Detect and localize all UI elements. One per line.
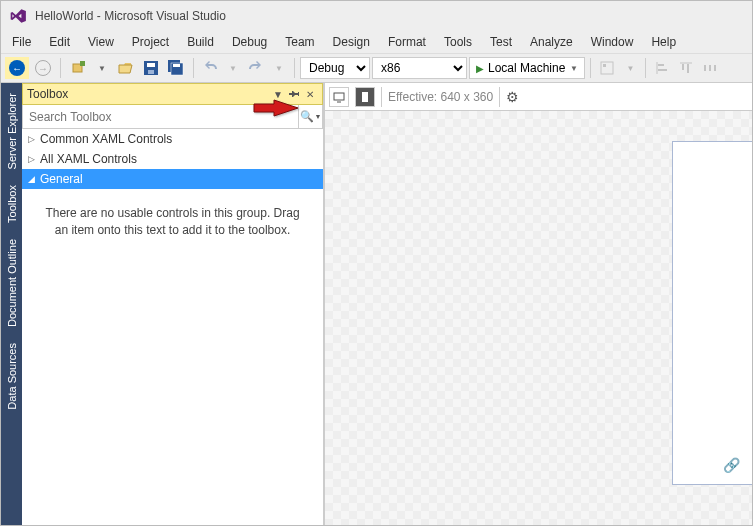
svg-rect-18 bbox=[714, 65, 716, 71]
titlebar: HelloWorld - Microsoft Visual Studio bbox=[1, 1, 752, 31]
link-icon: 🔗 bbox=[723, 457, 740, 473]
server-explorer-tab[interactable]: Server Explorer bbox=[4, 89, 20, 173]
distribute-h-button[interactable] bbox=[699, 57, 721, 79]
search-icon: 🔍 bbox=[300, 110, 314, 123]
device-preview-button[interactable] bbox=[329, 87, 349, 107]
svg-rect-11 bbox=[658, 64, 664, 66]
open-file-button[interactable] bbox=[114, 57, 138, 79]
main-toolbar: ← → ▼ ▼ ▼ Debug x86 ▶ Local Machine bbox=[1, 53, 752, 83]
workspace: Server Explorer Toolbox Document Outline… bbox=[1, 83, 752, 525]
toolbox-panel: Toolbox ▼ ✕ 🔍▼ ▷ Common XAML Controls bbox=[22, 83, 324, 525]
align-left-button[interactable] bbox=[651, 57, 673, 79]
redo-dropdown[interactable]: ▼ bbox=[269, 57, 289, 79]
run-target-dropdown[interactable]: ▼ bbox=[569, 64, 578, 73]
menu-help[interactable]: Help bbox=[642, 33, 685, 51]
new-project-dropdown[interactable]: ▼ bbox=[92, 57, 112, 79]
panel-close-button[interactable]: ✕ bbox=[302, 86, 318, 102]
designer-settings-button[interactable]: ⚙ bbox=[506, 89, 519, 105]
svg-rect-16 bbox=[704, 65, 706, 71]
menu-edit[interactable]: Edit bbox=[40, 33, 79, 51]
visual-studio-window: HelloWorld - Microsoft Visual Studio Fil… bbox=[0, 0, 753, 526]
undo-button[interactable] bbox=[199, 57, 221, 79]
expand-icon: ▷ bbox=[28, 154, 40, 164]
layout-button[interactable] bbox=[596, 57, 618, 79]
redo-button[interactable] bbox=[245, 57, 267, 79]
align-top-button[interactable] bbox=[675, 57, 697, 79]
svg-rect-17 bbox=[709, 65, 711, 71]
visual-studio-logo-icon bbox=[9, 7, 27, 25]
menu-test[interactable]: Test bbox=[481, 33, 521, 51]
nav-forward-button[interactable]: → bbox=[31, 57, 55, 79]
save-button[interactable] bbox=[140, 57, 162, 79]
designer-area: Effective: 640 x 360 ⚙ 🔗 bbox=[324, 83, 752, 525]
toolbox-title: Toolbox bbox=[27, 87, 270, 101]
designer-toolbar: Effective: 640 x 360 ⚙ bbox=[325, 83, 752, 111]
svg-rect-1 bbox=[80, 61, 85, 66]
document-outline-tab[interactable]: Document Outline bbox=[4, 235, 20, 331]
svg-rect-4 bbox=[148, 70, 154, 74]
expand-icon: ▷ bbox=[28, 134, 40, 144]
start-debug-button[interactable]: ▶ Local Machine ▼ bbox=[469, 57, 585, 79]
nav-back-button[interactable]: ← bbox=[5, 57, 29, 79]
undo-dropdown[interactable]: ▼ bbox=[223, 57, 243, 79]
save-all-button[interactable] bbox=[164, 57, 188, 79]
svg-rect-19 bbox=[334, 93, 344, 100]
menu-analyze[interactable]: Analyze bbox=[521, 33, 582, 51]
menubar: File Edit View Project Build Debug Team … bbox=[1, 31, 752, 53]
toolbox-header: Toolbox ▼ ✕ bbox=[22, 83, 323, 105]
menu-view[interactable]: View bbox=[79, 33, 123, 51]
svg-rect-9 bbox=[603, 64, 606, 67]
svg-rect-12 bbox=[658, 69, 667, 71]
toolbox-group-common-xaml[interactable]: ▷ Common XAML Controls bbox=[22, 129, 323, 149]
toolbox-search-button[interactable]: 🔍▼ bbox=[298, 105, 322, 128]
effective-size-label: Effective: 640 x 360 bbox=[388, 90, 493, 104]
config-select[interactable]: Debug bbox=[300, 57, 370, 79]
menu-design[interactable]: Design bbox=[324, 33, 379, 51]
play-icon: ▶ bbox=[476, 63, 484, 74]
run-target-label: Local Machine bbox=[488, 61, 565, 75]
svg-rect-7 bbox=[173, 64, 180, 67]
panel-options-button[interactable]: ▼ bbox=[270, 86, 286, 102]
toolbox-tree: ▷ Common XAML Controls ▷ All XAML Contro… bbox=[22, 129, 323, 255]
panel-pin-button[interactable] bbox=[286, 86, 302, 102]
toolbox-group-all-xaml[interactable]: ▷ All XAML Controls bbox=[22, 149, 323, 169]
svg-rect-8 bbox=[601, 62, 613, 74]
svg-rect-21 bbox=[362, 92, 368, 102]
data-sources-tab[interactable]: Data Sources bbox=[4, 339, 20, 414]
collapse-icon: ◢ bbox=[28, 174, 40, 184]
platform-select[interactable]: x86 bbox=[372, 57, 467, 79]
left-tab-well: Server Explorer Toolbox Document Outline… bbox=[1, 83, 22, 525]
menu-file[interactable]: File bbox=[3, 33, 40, 51]
menu-team[interactable]: Team bbox=[276, 33, 323, 51]
layout-dropdown[interactable]: ▼ bbox=[620, 57, 640, 79]
toolbox-group-general[interactable]: ◢ General bbox=[22, 169, 323, 189]
menu-format[interactable]: Format bbox=[379, 33, 435, 51]
window-title: HelloWorld - Microsoft Visual Studio bbox=[35, 9, 226, 23]
svg-rect-15 bbox=[687, 64, 689, 73]
toolbox-search-input[interactable] bbox=[23, 105, 298, 128]
menu-debug[interactable]: Debug bbox=[223, 33, 276, 51]
phone-preview-button[interactable] bbox=[355, 87, 375, 107]
menu-project[interactable]: Project bbox=[123, 33, 178, 51]
design-canvas[interactable]: 🔗 bbox=[325, 111, 752, 525]
phone-frame[interactable] bbox=[672, 141, 752, 485]
toolbox-empty-message: There are no usable controls in this gro… bbox=[22, 189, 323, 255]
menu-build[interactable]: Build bbox=[178, 33, 223, 51]
new-project-button[interactable] bbox=[66, 57, 90, 79]
svg-rect-14 bbox=[682, 64, 684, 70]
menu-tools[interactable]: Tools bbox=[435, 33, 481, 51]
svg-rect-3 bbox=[147, 63, 155, 67]
toolbox-tab[interactable]: Toolbox bbox=[4, 181, 20, 227]
toolbox-search-row: 🔍▼ bbox=[22, 105, 323, 129]
menu-window[interactable]: Window bbox=[582, 33, 643, 51]
